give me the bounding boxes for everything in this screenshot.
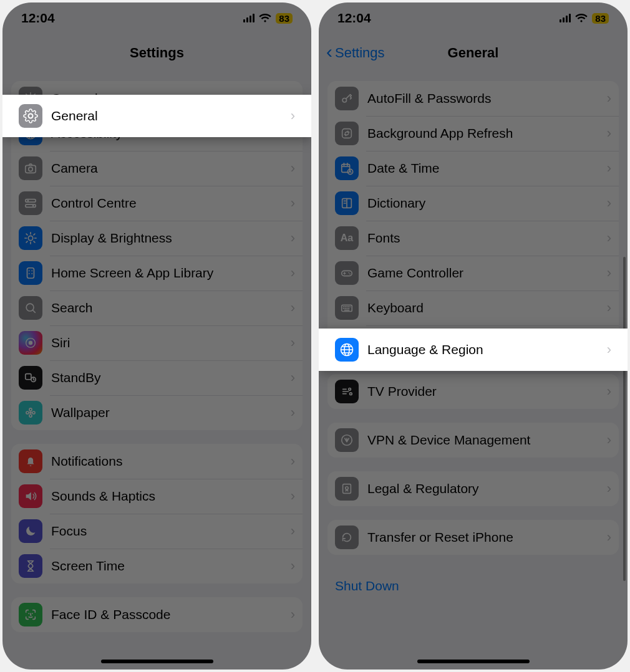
row-sounds-haptics[interactable]: Sounds & Haptics› bbox=[11, 479, 303, 514]
row-legal[interactable]: Legal & Regulatory› bbox=[327, 471, 619, 506]
svg-rect-3 bbox=[26, 165, 36, 173]
row-label: Background App Refresh bbox=[367, 126, 607, 141]
row-label: Sounds & Haptics bbox=[51, 489, 291, 504]
faceid-icon bbox=[19, 603, 42, 626]
chevron-right-icon: › bbox=[607, 342, 611, 358]
row-search[interactable]: Search› bbox=[11, 290, 303, 325]
camera-icon bbox=[19, 156, 42, 180]
row-label: Wallpaper bbox=[51, 405, 291, 420]
chevron-right-icon: › bbox=[291, 523, 295, 539]
svg-point-8 bbox=[32, 205, 34, 207]
row-label: Dictionary bbox=[367, 196, 607, 211]
row-transfer-reset[interactable]: Transfer or Reset iPhone› bbox=[327, 520, 619, 555]
svg-point-12 bbox=[31, 270, 32, 271]
general-list[interactable]: AutoFill & Passwords›Background App Refr… bbox=[319, 72, 628, 670]
status-time: 12:04 bbox=[21, 11, 55, 26]
row-notifications[interactable]: Notifications› bbox=[11, 444, 303, 479]
battery-badge: 83 bbox=[276, 13, 293, 24]
svg-point-26 bbox=[32, 613, 33, 614]
cert-icon bbox=[335, 477, 359, 501]
row-label: Search bbox=[51, 300, 291, 315]
chevron-right-icon: › bbox=[607, 383, 611, 400]
cellular-signal-icon bbox=[560, 14, 571, 22]
row-autofill[interactable]: AutoFill & Passwords› bbox=[327, 81, 619, 116]
chevron-left-icon: ‹ bbox=[326, 42, 332, 61]
phone-grid-icon bbox=[19, 261, 42, 285]
svg-point-13 bbox=[29, 273, 30, 274]
row-label: Home Screen & App Library bbox=[51, 266, 291, 281]
row-dictionary[interactable]: Dictionary› bbox=[327, 186, 619, 221]
chevron-right-icon: › bbox=[291, 558, 295, 574]
row-control-centre[interactable]: Control Centre› bbox=[11, 186, 303, 221]
svg-point-42 bbox=[346, 487, 349, 490]
row-label: StandBy bbox=[51, 370, 291, 385]
status-icons: 83 bbox=[560, 13, 609, 24]
row-home-screen[interactable]: Home Screen & App Library› bbox=[11, 256, 303, 290]
calendar-clock-icon bbox=[335, 156, 359, 180]
row-faceid[interactable]: Face ID & Passcode› bbox=[11, 597, 303, 632]
row-date-time[interactable]: Date & Time› bbox=[327, 151, 619, 186]
svg-point-33 bbox=[348, 272, 349, 274]
settings-group: AutoFill & Passwords›Background App Refr… bbox=[327, 81, 619, 360]
svg-point-22 bbox=[29, 415, 32, 417]
shut-down-link[interactable]: Shut Down bbox=[327, 569, 619, 593]
row-display-brightness[interactable]: Display & Brightness› bbox=[11, 221, 303, 256]
chevron-right-icon: › bbox=[291, 300, 295, 316]
row-screen-time[interactable]: Screen Time› bbox=[11, 549, 303, 583]
status-bar: 12:04 83 bbox=[319, 2, 628, 34]
svg-point-25 bbox=[28, 613, 29, 614]
back-button[interactable]: ‹ Settings bbox=[326, 44, 385, 62]
svg-rect-29 bbox=[342, 165, 350, 173]
svg-point-6 bbox=[27, 199, 29, 201]
cable-icon bbox=[335, 380, 359, 403]
gear-icon bbox=[19, 104, 42, 128]
row-camera[interactable]: Camera› bbox=[11, 151, 303, 186]
moon-icon bbox=[19, 519, 42, 543]
refresh-app-icon bbox=[335, 122, 359, 145]
nav-bar: ‹ Settings General bbox=[319, 34, 628, 72]
row-language-region-highlight[interactable]: Language & Region › bbox=[319, 329, 628, 371]
row-label: Face ID & Passcode bbox=[51, 607, 291, 622]
row-label: Game Controller bbox=[367, 266, 607, 281]
row-label: AutoFill & Passwords bbox=[367, 91, 607, 106]
settings-list[interactable]: General›Accessibility›Camera›Control Cen… bbox=[2, 72, 311, 670]
svg-point-9 bbox=[28, 236, 32, 240]
status-time: 12:04 bbox=[337, 11, 371, 26]
row-fonts[interactable]: AaFonts› bbox=[327, 221, 619, 256]
row-label: Control Centre bbox=[51, 196, 291, 211]
keyboard-icon bbox=[335, 296, 359, 320]
svg-point-4 bbox=[29, 167, 32, 171]
row-focus[interactable]: Focus› bbox=[11, 514, 303, 549]
svg-point-21 bbox=[29, 408, 32, 411]
row-wallpaper[interactable]: Wallpaper› bbox=[11, 395, 303, 430]
row-tv-provider[interactable]: TV Provider› bbox=[327, 374, 619, 409]
row-game-controller[interactable]: Game Controller› bbox=[327, 256, 619, 290]
row-label: Screen Time bbox=[51, 559, 291, 574]
chevron-right-icon: › bbox=[291, 230, 295, 246]
row-siri[interactable]: Siri› bbox=[11, 325, 303, 360]
chevron-right-icon: › bbox=[291, 370, 295, 386]
row-label: VPN & Device Management bbox=[367, 433, 607, 448]
reset-icon bbox=[335, 526, 359, 549]
settings-group: Notifications›Sounds & Haptics›Focus›Scr… bbox=[11, 444, 303, 583]
svg-rect-18 bbox=[26, 374, 31, 380]
row-label: Transfer or Reset iPhone bbox=[367, 530, 607, 545]
row-bg-refresh[interactable]: Background App Refresh› bbox=[327, 116, 619, 151]
chevron-right-icon: › bbox=[291, 160, 295, 176]
svg-rect-41 bbox=[343, 484, 351, 494]
book-icon bbox=[335, 191, 359, 215]
svg-rect-5 bbox=[26, 199, 36, 203]
row-keyboard[interactable]: Keyboard› bbox=[327, 290, 619, 325]
row-standby[interactable]: StandBy› bbox=[11, 360, 303, 395]
row-vpn[interactable]: VPN & Device Management› bbox=[327, 423, 619, 458]
chevron-right-icon: › bbox=[607, 90, 611, 107]
chevron-right-icon: › bbox=[291, 488, 295, 504]
home-indicator[interactable] bbox=[417, 660, 530, 663]
row-label: Language & Region bbox=[367, 342, 607, 357]
chevron-right-icon: › bbox=[291, 453, 295, 469]
chevron-right-icon: › bbox=[607, 195, 611, 211]
row-label: General bbox=[51, 108, 291, 123]
row-general-highlight[interactable]: General › bbox=[2, 95, 311, 137]
home-indicator[interactable] bbox=[101, 660, 213, 663]
svg-point-24 bbox=[32, 411, 35, 414]
